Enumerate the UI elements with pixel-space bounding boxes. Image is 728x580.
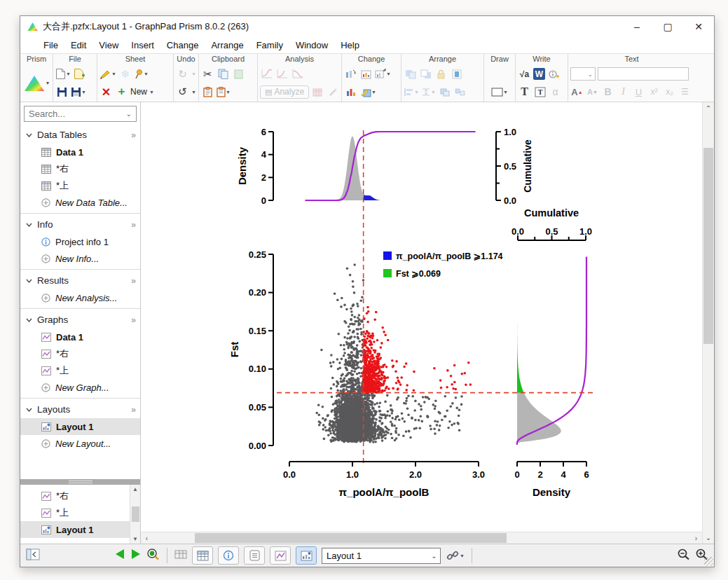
menu-edit[interactable]: Edit <box>64 37 92 53</box>
prism-menu-button[interactable]: ▼ <box>23 76 50 91</box>
chevron-down-icon[interactable]: ⌄ <box>126 110 132 118</box>
sidebar-item-layout-1[interactable]: Layout 1 <box>20 418 140 435</box>
format-bars-icon[interactable] <box>344 84 357 99</box>
menu-view[interactable]: View <box>92 37 125 53</box>
paste-icon[interactable] <box>201 84 214 99</box>
family-item-item[interactable]: *上 <box>20 504 130 521</box>
go-to-info-button[interactable] <box>218 546 239 565</box>
sidebar-item-new-info[interactable]: New Info... <box>20 250 140 267</box>
draw-shape-icon[interactable]: ▼ <box>491 84 508 99</box>
sidebar-item-new-data-table[interactable]: New Data Table... <box>20 194 140 211</box>
search-input[interactable]: Search... ⌄ <box>24 106 137 122</box>
section-data-tables[interactable]: Data Tables» <box>20 126 140 144</box>
section-more-icon[interactable]: » <box>131 315 136 325</box>
section-more-icon[interactable]: » <box>131 130 136 140</box>
next-sheet-button[interactable] <box>130 548 142 562</box>
resize-grip-icon[interactable] <box>704 557 713 566</box>
pin-sheet-icon[interactable]: ▼ <box>134 67 149 82</box>
layout-figure[interactable]: 0.000.050.100.150.200.25Fst0.01.02.03.0π… <box>141 102 687 521</box>
scroll-right-icon[interactable]: › <box>690 534 702 542</box>
section-more-icon[interactable]: » <box>131 405 136 415</box>
menu-arrange[interactable]: Arrange <box>205 37 249 53</box>
open-file-icon[interactable] <box>73 67 86 82</box>
scroll-left-icon[interactable]: ‹ <box>141 534 153 542</box>
sidebar-item-item[interactable]: *上 <box>20 362 140 379</box>
text-tool-icon[interactable]: T <box>518 84 531 99</box>
family-scrollbar[interactable]: ▲ ▼ <box>130 485 140 544</box>
font-family-select[interactable] <box>598 67 689 81</box>
sidebar-item-item[interactable]: *右 <box>20 345 140 362</box>
maximize-button[interactable]: ▢ <box>652 16 683 37</box>
scroll-down-icon[interactable]: ▼ <box>132 534 138 544</box>
sheet-selector[interactable]: Layout 1 ⌄ <box>322 548 441 564</box>
zoom-out-button[interactable] <box>677 548 690 563</box>
sidebar-toggle-button[interactable] <box>26 548 40 563</box>
change-graph-type-icon[interactable] <box>344 67 357 82</box>
scroll-up-icon[interactable]: ▲ <box>132 485 138 494</box>
go-to-results-button[interactable] <box>244 546 265 565</box>
sheet-gallery-icon[interactable] <box>174 549 187 562</box>
section-results[interactable]: Results» <box>20 272 140 289</box>
new-file-icon[interactable]: ▼ <box>55 67 71 82</box>
sidebar-item-new-analysis[interactable]: New Analysis... <box>20 289 140 306</box>
family-item-item[interactable]: *右 <box>20 488 130 504</box>
sidebar-item-project-info-1[interactable]: Project info 1 <box>20 233 140 250</box>
sidebar-item-new-graph[interactable]: New Graph... <box>20 379 140 396</box>
link-button[interactable]: ▼ <box>446 549 465 562</box>
prev-sheet-button[interactable] <box>114 548 125 562</box>
resize-graph-icon[interactable]: ▼ <box>375 67 391 82</box>
sidebar-splitter[interactable] <box>20 479 140 485</box>
chevron-down-icon[interactable]: ⌄ <box>428 552 440 560</box>
go-to-layouts-button[interactable] <box>296 546 317 565</box>
cut-icon[interactable]: ✂ <box>201 67 214 82</box>
font-size-select[interactable]: ⌄ <box>570 67 596 81</box>
go-to-data-table-button[interactable] <box>192 546 213 565</box>
sidebar-item-item[interactable]: *上 <box>20 177 140 194</box>
family-item-layout-1[interactable]: Layout 1 <box>20 521 130 538</box>
sidebar-item-new-layout[interactable]: New Layout... <box>20 435 140 452</box>
vertical-scrollbar[interactable]: ⌃ ⌄ <box>702 102 714 544</box>
item-label: *右 <box>56 490 69 502</box>
find-button[interactable] <box>146 548 160 563</box>
undo-icon[interactable]: ↺ <box>176 84 189 99</box>
section-info[interactable]: Info» <box>20 216 140 233</box>
close-button[interactable]: ✕ <box>683 16 714 37</box>
scroll-up-icon[interactable]: ⌃ <box>703 102 714 114</box>
scrollbar-thumb[interactable] <box>132 506 139 522</box>
go-to-graphs-button[interactable] <box>270 546 291 565</box>
text-box-icon[interactable]: T <box>533 84 547 99</box>
sidebar-item-data-1[interactable]: Data 1 <box>20 144 140 160</box>
new-sheet-icon[interactable]: + <box>115 84 128 99</box>
menu-help[interactable]: Help <box>334 37 366 53</box>
rename-sheet-icon[interactable]: ▼ <box>99 67 116 82</box>
section-more-icon[interactable]: » <box>131 220 136 230</box>
new-sheet-button[interactable]: New <box>130 87 147 97</box>
format-fill-icon[interactable]: ▼ <box>359 84 376 99</box>
save-as-icon[interactable]: ▼ <box>71 84 86 99</box>
add-info-icon[interactable] <box>547 67 561 82</box>
menu-change[interactable]: Change <box>160 37 205 53</box>
layout-canvas[interactable]: 0.000.050.100.150.200.25Fst0.01.02.03.0π… <box>141 102 702 532</box>
section-layouts[interactable]: Layouts» <box>20 401 140 418</box>
scrollbar-thumb[interactable] <box>703 148 713 344</box>
horizontal-scrollbar[interactable]: ‹ › <box>141 532 702 544</box>
sidebar-item-data-1[interactable]: Data 1 <box>20 329 140 345</box>
save-icon[interactable] <box>55 84 69 99</box>
menu-window[interactable]: Window <box>289 37 334 53</box>
sidebar-item-item[interactable]: *右 <box>20 160 140 177</box>
section-more-icon[interactable]: » <box>131 276 136 286</box>
change-data-icon[interactable] <box>359 67 373 82</box>
delete-sheet-icon[interactable]: ✕ <box>99 84 113 99</box>
paste-options-icon[interactable]: ▼ <box>217 84 231 99</box>
scroll-down-icon[interactable]: ⌄ <box>703 532 714 544</box>
menu-insert[interactable]: Insert <box>125 37 160 53</box>
section-graphs[interactable]: Graphs» <box>20 311 140 329</box>
copy-icon[interactable] <box>217 67 230 82</box>
equation-icon[interactable]: √a <box>518 67 531 82</box>
word-export-icon[interactable]: W <box>533 68 545 80</box>
menu-family[interactable]: Family <box>250 37 289 53</box>
menu-file[interactable]: File <box>37 37 64 53</box>
minimize-button[interactable]: – <box>621 16 652 37</box>
scrollbar-thumb[interactable] <box>195 533 507 543</box>
increase-font-icon[interactable]: A▲ <box>570 84 584 99</box>
